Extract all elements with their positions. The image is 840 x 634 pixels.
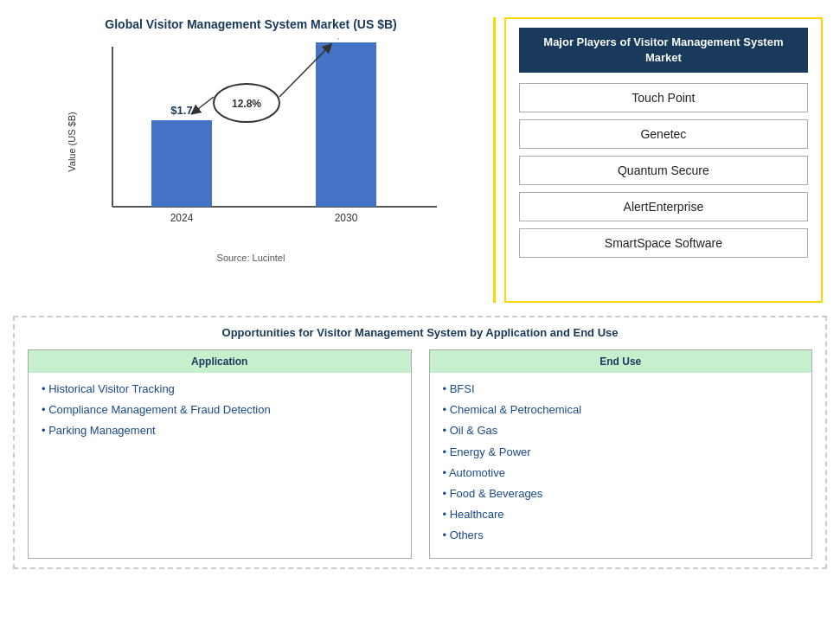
- player-item-4: SmartSpace Software: [519, 228, 808, 258]
- vertical-divider: [493, 17, 496, 303]
- app-item-2: • Parking Management: [42, 423, 398, 439]
- app-item-0: • Historical Visitor Tracking: [42, 381, 398, 397]
- player-item-0: Touch Point: [519, 83, 808, 112]
- top-section: Global Visitor Management System Market …: [9, 9, 831, 311]
- svg-text:12.8%: 12.8%: [232, 98, 261, 110]
- svg-line-8: [195, 97, 214, 112]
- end-item-2: • Oil & Gas: [443, 423, 799, 439]
- end-use-content: • BFSI • Chemical & Petrochemical • Oil …: [430, 373, 812, 558]
- end-item-4: • Automotive: [443, 465, 799, 481]
- application-header: Application: [29, 350, 411, 373]
- source-text: Source: Lucintel: [26, 253, 476, 263]
- main-container: Global Visitor Management System Market …: [0, 0, 840, 634]
- end-item-6: • Healthcare: [443, 507, 799, 522]
- end-item-5: • Food & Beverages: [443, 486, 799, 502]
- players-list: Touch Point Genetec Quantum Secure Alert…: [519, 83, 808, 258]
- end-use-column: End Use • BFSI • Chemical & Petrochemica…: [429, 349, 813, 559]
- players-area: Major Players of Visitor Management Syst…: [504, 17, 823, 303]
- end-item-1: • Chemical & Petrochemical: [443, 402, 799, 418]
- chart-area: Global Visitor Management System Market …: [9, 9, 493, 311]
- end-use-header: End Use: [430, 350, 812, 373]
- chart-svg-wrapper: Value (US $B) $1.7 2024 $3.4 2030 12.8%: [26, 38, 476, 246]
- bottom-header: Opportunities for Visitor Management Sys…: [28, 326, 812, 339]
- bottom-columns: Application • Historical Visitor Trackin…: [28, 349, 812, 559]
- bottom-section: Opportunities for Visitor Management Sys…: [13, 316, 827, 569]
- application-column: Application • Historical Visitor Trackin…: [28, 349, 412, 559]
- end-item-7: • Others: [443, 528, 799, 543]
- svg-text:Value (US $B): Value (US $B): [67, 112, 77, 172]
- player-item-2: Quantum Secure: [519, 156, 808, 185]
- svg-text:2030: 2030: [335, 212, 358, 224]
- player-item-3: AlertEnterprise: [519, 192, 808, 221]
- end-item-0: • BFSI: [443, 381, 799, 397]
- bar-chart-svg: Value (US $B) $1.7 2024 $3.4 2030 12.8%: [65, 38, 480, 246]
- chart-title: Global Visitor Management System Market …: [26, 17, 476, 31]
- bar-2030: [316, 42, 376, 207]
- player-item-1: Genetec: [519, 119, 808, 149]
- svg-text:$3.4: $3.4: [335, 38, 357, 41]
- svg-text:2024: 2024: [170, 212, 194, 224]
- players-header: Major Players of Visitor Management Syst…: [519, 28, 808, 73]
- application-content: • Historical Visitor Tracking • Complian…: [29, 373, 411, 453]
- app-item-1: • Compliance Management & Fraud Detectio…: [42, 402, 398, 418]
- svg-text:$1.7: $1.7: [170, 104, 192, 117]
- end-item-3: • Energy & Power: [443, 445, 799, 460]
- bar-2024: [151, 120, 212, 207]
